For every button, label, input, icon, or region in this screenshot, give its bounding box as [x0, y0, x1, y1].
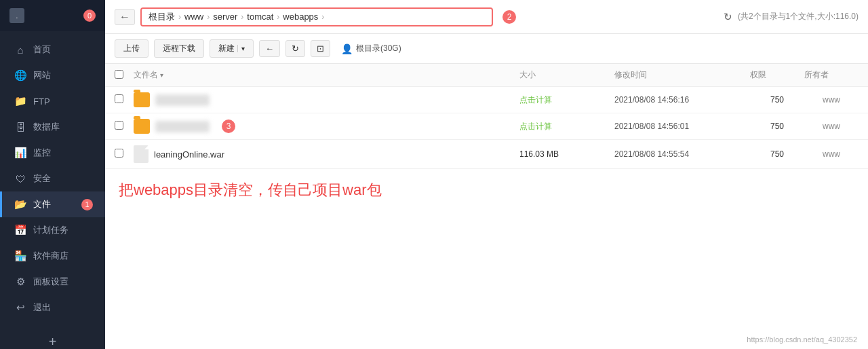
- header-perm: 权限: [750, 69, 804, 81]
- row-checkbox[interactable]: [115, 121, 134, 132]
- ftp-icon: 📁: [14, 95, 26, 107]
- file-size: 116.03 MB: [519, 149, 614, 159]
- appstore-icon: 🏪: [14, 250, 26, 262]
- sidebar-item-website[interactable]: 🌐 网站: [0, 62, 105, 88]
- sidebar-label-security: 安全: [33, 172, 51, 185]
- header-modified: 修改时间: [614, 69, 750, 81]
- sidebar-logo-icon: .: [9, 8, 24, 23]
- sidebar-item-files[interactable]: 📂 文件 1: [0, 191, 105, 217]
- file-perm: 750: [750, 122, 804, 131]
- sidebar-badge-files: 1: [81, 199, 93, 210]
- table-header: 文件名 ▾ 大小 修改时间 权限 所有者: [105, 64, 868, 87]
- table-row: 3 点击计算 2021/08/08 14:56:01 750 www: [105, 113, 868, 140]
- refresh-button[interactable]: ↻: [285, 40, 305, 57]
- sidebar-label-logout: 退出: [33, 301, 51, 314]
- sidebar-item-tasks[interactable]: 📅 计划任务: [0, 217, 105, 243]
- new-dropdown-icon: ▾: [237, 45, 245, 52]
- logout-icon: ↩: [14, 301, 26, 314]
- sidebar-item-logout[interactable]: ↩ 退出: [0, 295, 105, 320]
- sidebar-label-home: 首页: [33, 43, 51, 56]
- sidebar-label-ftp: FTP: [33, 96, 50, 107]
- breadcrumb-bar: ← 根目录 › www › server › tomcat › webapps …: [105, 0, 868, 34]
- back-button[interactable]: ←: [259, 40, 280, 57]
- sidebar-logo: .: [9, 8, 24, 23]
- select-all-checkbox[interactable]: [115, 70, 123, 79]
- name-sort-icon[interactable]: ▾: [160, 71, 163, 79]
- row-name: 3: [134, 119, 519, 134]
- table-row: 点击计算 2021/08/08 14:56:16 750 www: [105, 87, 868, 113]
- sidebar-item-ftp[interactable]: 📁 FTP: [0, 88, 105, 114]
- home-icon: ⌂: [14, 44, 26, 56]
- sidebar-item-appstore[interactable]: 🏪 软件商店: [0, 243, 105, 269]
- file-name[interactable]: [155, 94, 210, 106]
- file-perm: 750: [750, 149, 804, 159]
- file-date: 2021/08/08 14:56:16: [614, 95, 750, 105]
- disk-label: 根目录(30G): [356, 43, 401, 54]
- sidebar-header: . 0: [0, 0, 105, 31]
- sidebar-label-website: 网站: [33, 69, 51, 81]
- file-date: 2021/08/08 14:56:01: [614, 122, 750, 131]
- breadcrumb-item-root[interactable]: 根目录: [149, 11, 175, 23]
- database-icon: 🗄: [14, 122, 26, 133]
- breadcrumb-item-webapps[interactable]: webapps: [283, 12, 318, 22]
- file-perm: 750: [750, 95, 804, 105]
- header-size: 大小: [519, 69, 614, 81]
- file-date: 2021/08/08 14:55:54: [614, 149, 750, 159]
- sidebar-label-database: 数据库: [33, 121, 60, 133]
- sidebar-label-tasks: 计划任务: [33, 224, 68, 236]
- sidebar-item-monitor[interactable]: 📊 监控: [0, 140, 105, 166]
- sidebar-add-button[interactable]: +: [0, 326, 105, 349]
- files-icon: 📂: [14, 198, 26, 210]
- sidebar-item-database[interactable]: 🗄 数据库: [0, 114, 105, 140]
- header-owner: 所有者: [804, 69, 859, 81]
- website-icon: 🌐: [14, 69, 26, 81]
- sidebar-item-security[interactable]: 🛡 安全: [0, 166, 105, 191]
- file-owner: www: [804, 95, 859, 105]
- sidebar-item-home[interactable]: ⌂ 首页: [0, 37, 105, 62]
- file-size[interactable]: 点击计算: [519, 121, 614, 132]
- sidebar-label-monitor: 监控: [33, 147, 51, 159]
- breadcrumb-item-www[interactable]: www: [184, 12, 203, 22]
- sidebar-label-files: 文件: [33, 198, 51, 210]
- watermark: https://blog.csdn.net/aq_4302352: [747, 335, 857, 344]
- breadcrumb-path: 根目录 › www › server › tomcat › webapps ›: [140, 7, 493, 26]
- remote-download-button[interactable]: 远程下载: [154, 39, 204, 58]
- breadcrumb-badge: 2: [502, 10, 516, 24]
- monitor-icon: 📊: [14, 147, 26, 159]
- row-checkbox[interactable]: [115, 149, 134, 160]
- file-owner: www: [804, 122, 859, 131]
- annotation-text: 把webapps目录清空，传自己项目war包: [105, 169, 868, 211]
- breadcrumb-right: ↻ (共2个目录与1个文件,大小:116.0): [724, 11, 859, 23]
- file-size[interactable]: 点击计算: [519, 94, 614, 106]
- upload-button[interactable]: 上传: [115, 39, 149, 58]
- table-row: leaningOnline.war 116.03 MB 2021/08/08 1…: [105, 140, 868, 169]
- file-name[interactable]: leaningOnline.war: [154, 149, 224, 160]
- header-checkbox[interactable]: [115, 70, 134, 81]
- view-toggle-button[interactable]: ⊡: [311, 40, 330, 57]
- new-button[interactable]: 新建 ▾: [210, 39, 254, 58]
- breadcrumb-item-server[interactable]: server: [213, 12, 237, 22]
- file-icon: [134, 145, 149, 163]
- row-checkbox[interactable]: [115, 94, 134, 105]
- breadcrumb-item-tomcat[interactable]: tomcat: [247, 12, 273, 22]
- breadcrumb-back-button[interactable]: ←: [115, 9, 135, 25]
- file-name[interactable]: [155, 121, 210, 132]
- row-name: leaningOnline.war: [134, 145, 519, 163]
- sidebar: . 0 ⌂ 首页 🌐 网站 📁 FTP 🗄 数据库 📊 监控 🛡 安全: [0, 0, 105, 349]
- folder-icon: [134, 119, 150, 134]
- disk-info: 👤 根目录(30G): [341, 43, 401, 54]
- sidebar-item-settings[interactable]: ⚙ 面板设置: [0, 269, 105, 295]
- sidebar-label-appstore: 软件商店: [33, 250, 68, 262]
- sidebar-label-settings: 面板设置: [33, 276, 68, 288]
- tasks-icon: 📅: [14, 224, 26, 236]
- row-name: [134, 92, 519, 107]
- add-icon: +: [49, 334, 57, 349]
- header-name: 文件名 ▾: [134, 69, 519, 81]
- logo-symbol: .: [16, 12, 18, 20]
- breadcrumb-info: (共2个目录与1个文件,大小:116.0): [738, 11, 859, 22]
- disk-icon: 👤: [341, 43, 353, 54]
- toolbar: 上传 远程下载 新建 ▾ ← ↻ ⊡ 👤 根目录(30G): [105, 34, 868, 64]
- file-owner: www: [804, 149, 859, 159]
- security-icon: 🛡: [14, 173, 26, 185]
- breadcrumb-refresh-icon[interactable]: ↻: [724, 11, 732, 23]
